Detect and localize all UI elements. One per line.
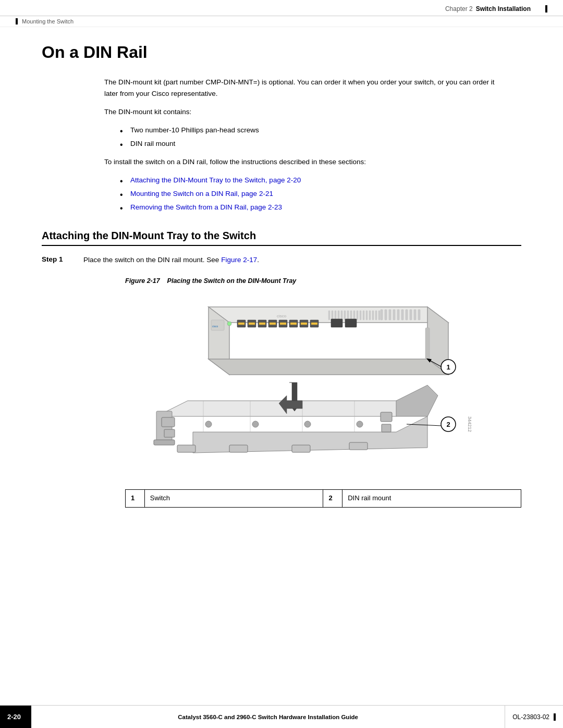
step-1-container: Step 1 Place the switch on the DIN rail … [42,254,521,518]
header-bar [545,5,547,13]
svg-rect-26 [385,310,387,320]
svg-rect-63 [238,323,244,325]
kit-item-1: Two number-10 Phillips pan-head screws [120,125,521,135]
svg-text:cisco: cisco [277,314,287,318]
svg-rect-68 [290,323,297,325]
footer-doc-title-text: Catalyst 3560-C and 2960-C Switch Hardwa… [178,714,358,720]
svg-point-7 [304,421,311,427]
svg-rect-67 [280,323,286,325]
figure-caption-text: Placing the Switch on the DIN-Mount Tray [167,277,297,285]
install-links-list: Attaching the DIN-Mount Tray to the Swit… [120,175,521,213]
svg-rect-27 [389,310,391,320]
svg-marker-24 [209,359,448,375]
legend-label-1: Switch [144,490,323,508]
svg-rect-66 [270,323,276,325]
install-intro: To install the switch on a DIN rail, fol… [104,156,495,168]
svg-rect-30 [401,310,403,320]
svg-rect-40 [344,311,346,320]
svg-rect-13 [177,445,195,452]
svg-rect-29 [397,310,399,320]
svg-rect-50 [375,311,377,320]
svg-rect-44 [357,311,358,320]
header-section: Switch Installation [476,5,531,13]
subheader-text: Mounting the Switch [22,18,74,24]
svg-rect-48 [369,311,371,320]
svg-rect-39 [341,311,342,320]
diagram-svg: cisco [125,291,480,484]
link-removing[interactable]: Removing the Switch from a DIN Rail, pag… [130,203,282,211]
page-footer: 2-20 Catalyst 3560-C and 2960-C Switch H… [0,705,563,728]
footer-doc-number: OL-23803-02 [505,706,563,728]
page-header: Chapter 2 Switch Installation [0,0,563,16]
callout-2: 2 [441,417,456,431]
legend-table: 1 Switch 2 DIN rail mount [125,489,521,508]
svg-rect-72 [345,319,357,327]
step-1-content: Place the switch on the DIN rail mount. … [83,254,521,518]
svg-rect-35 [328,311,330,320]
install-link-3[interactable]: Removing the Switch from a DIN Rail, pag… [120,202,521,213]
svg-rect-34 [418,310,420,320]
content-area: On a DIN Rail The DIN-mount kit (part nu… [0,27,563,570]
intro-para-1: The DIN-mount kit (part number CMP-DIN-M… [104,77,495,99]
svg-rect-9 [162,417,175,427]
svg-rect-45 [360,311,361,320]
svg-rect-47 [366,311,368,320]
svg-point-54 [227,322,231,326]
svg-text:2: 2 [446,421,450,428]
install-link-1[interactable]: Attaching the DIN-Mount Tray to the Swit… [120,175,521,186]
svg-rect-41 [347,311,349,320]
svg-rect-36 [332,311,333,320]
figure-caption: Figure 2-17 Placing the Switch on the DI… [125,276,521,286]
svg-rect-12 [382,424,391,432]
header-chapter: Chapter 2 [445,5,473,13]
svg-rect-43 [353,311,355,320]
link-mounting[interactable]: Mounting the Switch on a DIN Rail, page … [130,190,273,198]
svg-rect-28 [393,310,395,320]
svg-rect-33 [414,310,416,320]
footer-doc-number-text: OL-23803-02 [512,713,549,721]
legend-num-2: 2 [323,490,342,508]
svg-text:cisco: cisco [212,325,218,328]
step-1-text-end: . [257,256,259,264]
page-title: On a DIN Rail [42,43,521,62]
svg-rect-38 [338,311,339,320]
svg-text:1: 1 [446,363,450,371]
step-1-link[interactable]: Figure 2-17 [221,256,257,264]
svg-marker-4 [396,385,438,416]
step-1-label: Step 1 [42,254,83,263]
legend-row-1: 1 Switch 2 DIN rail mount [126,490,521,508]
svg-rect-37 [335,311,336,320]
svg-rect-70 [311,323,317,325]
figure-number: Figure 2-17 [125,277,160,285]
footer-doc-title: Catalyst 3560-C and 2960-C Switch Hardwa… [31,714,505,720]
page-subheader: Mounting the Switch [0,16,563,27]
svg-rect-69 [301,323,307,325]
legend-num-1: 1 [126,490,145,508]
figure-diagram: cisco [125,291,480,484]
legend-label-2: DIN rail mount [342,490,521,508]
svg-rect-42 [350,311,352,320]
install-link-2[interactable]: Mounting the Switch on a DIN Rail, page … [120,189,521,199]
svg-rect-64 [249,323,255,325]
svg-rect-25 [381,310,383,320]
svg-rect-51 [378,311,380,320]
svg-point-5 [205,421,212,427]
callout-1: 1 [441,360,456,374]
step-1-text: Place the switch on the DIN rail mount. … [83,256,221,264]
kit-items-list: Two number-10 Phillips pan-head screws D… [120,125,521,150]
svg-point-6 [252,421,259,427]
svg-rect-31 [406,310,408,320]
svg-rect-65 [259,323,265,325]
svg-rect-32 [410,310,412,320]
footer-page-number: 2-20 [0,706,31,728]
link-attaching[interactable]: Attaching the DIN-Mount Tray to the Swit… [130,176,301,184]
svg-rect-3 [154,440,175,445]
svg-rect-16 [349,442,368,450]
svg-rect-14 [229,445,248,452]
svg-rect-15 [292,445,310,452]
svg-rect-46 [363,311,364,320]
svg-rect-71 [331,319,342,327]
svg-point-8 [357,421,363,427]
footer-bar [554,713,556,721]
svg-text:344212: 344212 [467,416,472,432]
